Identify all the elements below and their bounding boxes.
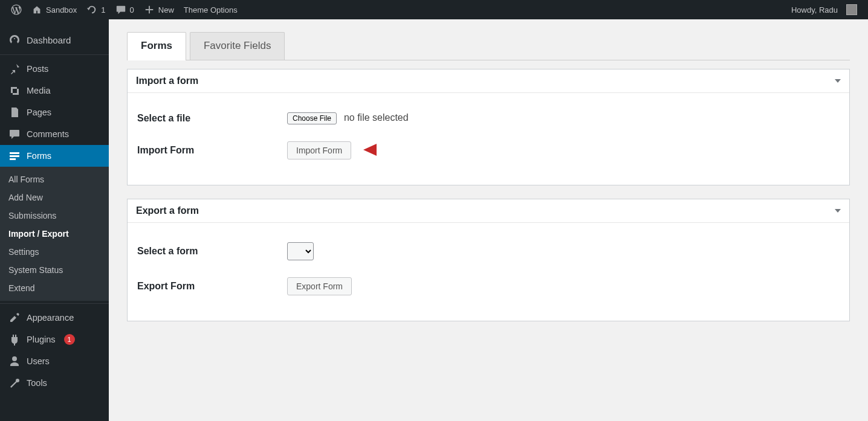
import-form-button[interactable]: Import Form (287, 141, 351, 159)
export-form-button[interactable]: Export Form (287, 277, 352, 295)
sidebar-item-appearance[interactable]: Appearance (0, 307, 109, 329)
users-icon (8, 355, 21, 367)
comment-icon (115, 4, 126, 15)
export-panel-header[interactable]: Export a form (128, 199, 849, 223)
sidebar-sub-system-status[interactable]: System Status (0, 261, 109, 279)
chevron-down-icon (835, 79, 841, 83)
theme-options-label: Theme Options (184, 5, 238, 14)
media-icon (8, 85, 21, 97)
import-form-panel: Import a form Select a file Choose File … (127, 69, 850, 185)
tabs-nav: Forms Favorite Fields (127, 31, 850, 60)
choose-file-button[interactable]: Choose File (287, 112, 337, 124)
howdy-label: Howdy, Radu (791, 5, 838, 14)
avatar (846, 4, 857, 15)
export-panel-title: Export a form (136, 205, 199, 216)
sidebar-item-pages[interactable]: Pages (0, 101, 109, 123)
updates-icon (86, 4, 97, 15)
sidebar-sub-settings[interactable]: Settings (0, 243, 109, 261)
tab-favorite-fields[interactable]: Favorite Fields (190, 32, 285, 60)
select-form-label: Select a form (137, 246, 287, 257)
theme-options-menu[interactable]: Theme Options (179, 0, 242, 19)
main-content: Forms Favorite Fields Import a form Sele… (109, 19, 868, 421)
sidebar-item-media[interactable]: Media (0, 80, 109, 101)
comments-count: 0 (130, 5, 134, 14)
annotation-arrow-icon (358, 137, 455, 161)
appearance-icon (8, 312, 21, 324)
sidebar-label-plugins: Plugins (27, 335, 56, 344)
sidebar-label-media: Media (27, 86, 51, 95)
new-content-menu[interactable]: New (139, 0, 179, 19)
admin-bar: Sandbox 1 0 New Theme Options Howdy, Rad… (0, 0, 868, 19)
sidebar-label-appearance: Appearance (27, 313, 74, 323)
site-name-menu[interactable]: Sandbox (27, 0, 82, 19)
import-form-label: Import Form (137, 145, 287, 156)
sidebar-sub-all-forms[interactable]: All Forms (0, 170, 109, 188)
sidebar-label-dashboard: Dashboard (27, 35, 71, 45)
sidebar-sub-submissions[interactable]: Submissions (0, 207, 109, 225)
sidebar-label-users: Users (27, 356, 50, 366)
dashboard-icon (8, 34, 21, 46)
sidebar-item-dashboard[interactable]: Dashboard (0, 28, 109, 52)
sidebar-sub-add-new[interactable]: Add New (0, 188, 109, 207)
sidebar-label-forms: Forms (27, 151, 51, 161)
sidebar-submenu-forms: All Forms Add New Submissions Import / E… (0, 167, 109, 301)
plugins-icon (8, 333, 21, 345)
home-icon (31, 4, 42, 15)
tools-icon (8, 377, 21, 389)
pin-icon (8, 63, 21, 75)
sidebar-label-comments: Comments (27, 129, 69, 139)
my-account-menu[interactable]: Howdy, Radu (786, 0, 862, 19)
new-label: New (158, 5, 174, 14)
export-form-label: Export Form (137, 281, 287, 292)
sidebar-label-posts: Posts (27, 64, 48, 74)
updates-count: 1 (101, 5, 105, 14)
forms-icon (8, 150, 21, 162)
sidebar-label-tools: Tools (27, 378, 47, 388)
import-panel-header[interactable]: Import a form (128, 69, 849, 93)
plugins-update-badge: 1 (64, 334, 75, 345)
sidebar-item-tools[interactable]: Tools (0, 372, 109, 394)
sidebar-item-comments[interactable]: Comments (0, 123, 109, 145)
sidebar-item-posts[interactable]: Posts (0, 58, 109, 80)
chevron-down-icon (835, 209, 841, 213)
admin-sidebar: Dashboard Posts Media Pages Comments For… (0, 19, 109, 421)
sidebar-sub-extend[interactable]: Extend (0, 279, 109, 297)
wp-logo-menu[interactable] (6, 0, 27, 19)
plus-icon (144, 4, 155, 15)
import-panel-title: Import a form (136, 76, 198, 86)
updates-menu[interactable]: 1 (82, 0, 110, 19)
site-name-label: Sandbox (46, 5, 77, 14)
wordpress-icon (11, 4, 22, 15)
sidebar-item-forms[interactable]: Forms (0, 145, 109, 167)
export-form-panel: Export a form Select a form Export Form … (127, 199, 850, 321)
select-file-label: Select a file (137, 113, 287, 124)
sidebar-label-pages: Pages (27, 108, 51, 117)
file-selected-status: no file selected (344, 112, 409, 123)
sidebar-item-plugins[interactable]: Plugins 1 (0, 329, 109, 350)
comments-menu[interactable]: 0 (111, 0, 139, 19)
sidebar-item-users[interactable]: Users (0, 350, 109, 372)
sidebar-sub-import-export[interactable]: Import / Export (0, 225, 109, 243)
export-form-select[interactable] (287, 242, 314, 260)
pages-icon (8, 106, 21, 118)
comments-icon (8, 128, 21, 140)
tab-forms[interactable]: Forms (127, 32, 186, 60)
